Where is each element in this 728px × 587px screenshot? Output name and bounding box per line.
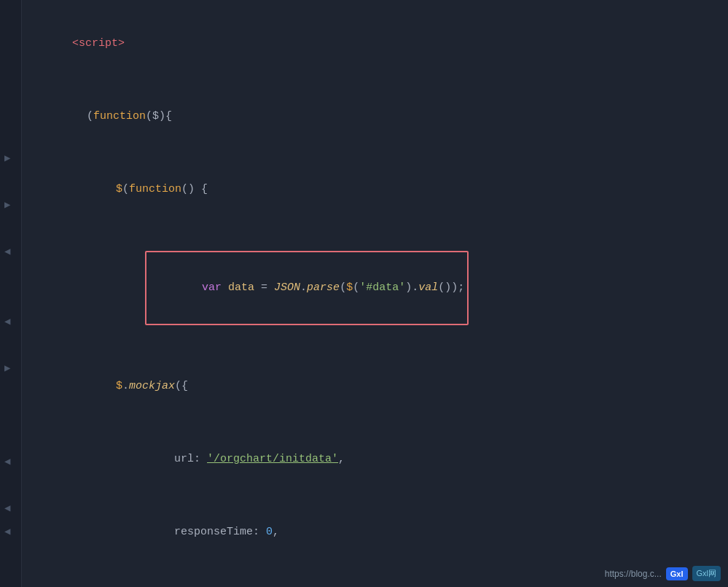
watermark: https://blog.c... Gxl Gxl网 [605, 566, 721, 581]
function-keyword: function [93, 110, 146, 123]
tag-open: <script> [72, 37, 125, 50]
dot1: . [300, 281, 307, 294]
rt-key: responseTime [174, 526, 253, 538]
code-line-1: <script> [0, 7, 728, 80]
paren5: ()); [438, 281, 464, 294]
data-var: data [228, 281, 254, 294]
comma2: , [273, 526, 279, 538]
paren4: ). [405, 281, 418, 294]
comma1: , [338, 453, 345, 465]
mockjax: mockjax [129, 380, 175, 392]
dollar3: $ [116, 380, 122, 392]
assign-op: = [254, 281, 274, 294]
dollar-sign: $ [116, 183, 122, 195]
dot2: . [122, 380, 129, 392]
code-line-2: (function($){ [0, 80, 728, 153]
function-keyword2: function [129, 183, 181, 195]
url-key: url [174, 453, 194, 465]
watermark-badge: Gxl [666, 567, 688, 580]
selector-str: '#data' [359, 281, 405, 294]
code-line-6: url: '/orgchart/initdata', [0, 423, 728, 496]
code-editor: ▶ ▶ ◀ ◀ ▶ ◀ ◀ ◀ <script> (function($){ $… [0, 0, 728, 587]
val-method: val [418, 281, 438, 294]
highlighted-var-line: var data = JSON.parse($('#data').val()); [145, 251, 469, 325]
colon1: : [194, 453, 207, 465]
code-line-5: $.mockjax({ [0, 350, 728, 423]
paren6: ({ [175, 380, 188, 392]
code-line-7: responseTime: 0, [0, 496, 728, 569]
dollar-param: ($){ [146, 110, 172, 123]
colon2: : [253, 526, 266, 538]
parse-method: parse [307, 281, 340, 294]
func-parens: () { [181, 183, 208, 195]
json-parse: JSON [274, 281, 300, 294]
code-line-4: var data = JSON.parse($('#data').val()); [0, 226, 728, 350]
dollar2: $ [346, 281, 353, 294]
var-keyword: var [202, 281, 228, 294]
watermark-url: https://blog.c... [605, 569, 662, 579]
paren2: ( [340, 281, 346, 294]
rt-val: 0 [266, 526, 273, 538]
paren-open: ( [87, 110, 93, 123]
paren3: ( [353, 281, 359, 294]
code-line-3: $(function() { [0, 153, 728, 226]
watermark-site: Gxl网 [692, 566, 721, 581]
func-call: ( [122, 183, 129, 195]
url-val: '/orgchart/initdata' [207, 453, 338, 465]
